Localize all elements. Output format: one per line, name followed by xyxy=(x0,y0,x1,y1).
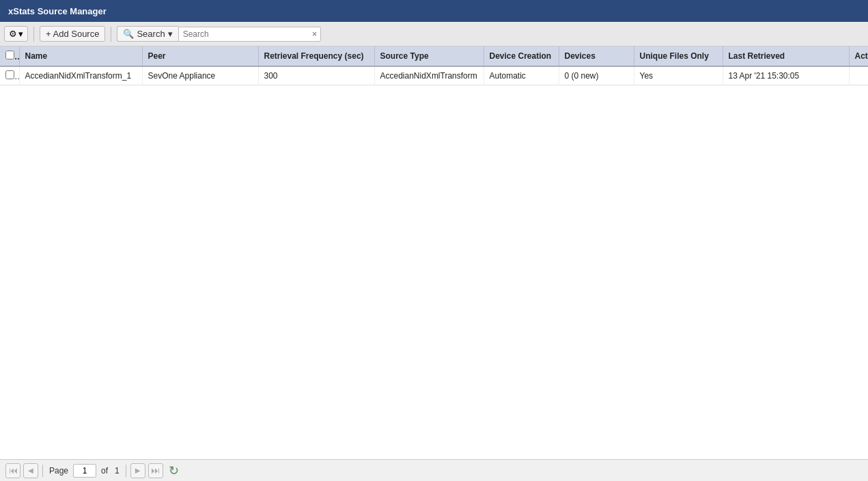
next-page-button[interactable]: ► xyxy=(130,463,145,478)
footer-sep-2 xyxy=(126,465,126,477)
select-all-checkbox[interactable] xyxy=(5,51,14,59)
search-input[interactable] xyxy=(179,27,309,41)
col-header-checkbox xyxy=(0,46,19,66)
row-srctype: AccedianNidXmlTransform xyxy=(374,66,484,85)
row-lastret: 13 Apr '21 15:30:05 xyxy=(723,66,849,85)
row-devices: 0 (0 new) xyxy=(559,66,634,85)
app-title: xStats Source Manager xyxy=(8,6,107,16)
add-source-button[interactable]: + Add Source xyxy=(40,26,105,42)
page-label: Page xyxy=(49,466,68,476)
prev-page-icon: ◄ xyxy=(27,465,36,476)
clear-icon: × xyxy=(312,29,318,39)
gear-button[interactable]: ⚙ ▾ xyxy=(4,26,28,42)
row-devcreation: Automatic xyxy=(484,66,559,85)
col-header-lastret[interactable]: Last Retrieved xyxy=(723,46,849,66)
footer-sep xyxy=(42,465,43,477)
search-icon: 🔍 xyxy=(123,29,134,39)
footer: ⏮ ◄ Page of 1 ► ⏭ ↻ xyxy=(0,459,868,481)
first-page-icon: ⏮ xyxy=(9,465,18,476)
toolbar: ⚙ ▾ + Add Source 🔍 Search ▾ × xyxy=(0,22,868,46)
row-unique: Yes xyxy=(634,66,723,85)
row-checkbox[interactable] xyxy=(5,70,14,79)
toolbar-divider xyxy=(33,27,34,42)
row-checkbox-cell xyxy=(0,66,19,85)
row-name: AccedianNidXmlTransform_1 xyxy=(19,66,142,85)
of-label: of xyxy=(101,466,108,476)
col-header-name[interactable]: Name xyxy=(19,46,142,66)
row-freq: 300 xyxy=(258,66,374,85)
search-input-wrap: × xyxy=(178,27,322,42)
table-header-row: Name Peer Retrieval Frequency (sec) Sour… xyxy=(0,46,868,66)
search-label-button[interactable]: 🔍 Search ▾ xyxy=(117,26,178,42)
row-peer: SevOne Appliance xyxy=(142,66,258,85)
col-header-unique[interactable]: Unique Files Only xyxy=(634,46,723,66)
total-pages: 1 xyxy=(115,466,120,476)
last-page-button[interactable]: ⏭ xyxy=(148,463,163,478)
search-dropdown-icon: ▾ xyxy=(168,29,173,39)
next-page-icon: ► xyxy=(133,465,142,476)
search-label: Search xyxy=(137,29,165,39)
prev-page-button[interactable]: ◄ xyxy=(23,463,38,478)
gear-dropdown-icon: ▾ xyxy=(18,29,23,39)
col-header-devices[interactable]: Devices xyxy=(559,46,634,66)
sources-table: Name Peer Retrieval Frequency (sec) Sour… xyxy=(0,46,868,85)
page-input[interactable] xyxy=(73,464,96,478)
table-row: AccedianNidXmlTransform_1 SevOne Applian… xyxy=(0,66,868,85)
table-body: AccedianNidXmlTransform_1 SevOne Applian… xyxy=(0,66,868,85)
refresh-icon: ↻ xyxy=(169,463,179,478)
gear-icon: ⚙ xyxy=(9,29,17,39)
col-header-freq[interactable]: Retrieval Frequency (sec) xyxy=(258,46,374,66)
clear-search-button[interactable]: × xyxy=(309,28,321,40)
last-page-icon: ⏭ xyxy=(151,465,160,476)
row-actions xyxy=(849,66,868,85)
col-header-devcreation[interactable]: Device Creation xyxy=(484,46,559,66)
col-header-srctype[interactable]: Source Type xyxy=(374,46,484,66)
refresh-button[interactable]: ↻ xyxy=(166,463,182,478)
toolbar-divider-2 xyxy=(111,27,111,42)
col-header-peer[interactable]: Peer xyxy=(142,46,258,66)
col-header-actions: Actions xyxy=(849,46,868,66)
title-bar: xStats Source Manager xyxy=(0,0,868,22)
table-wrap: Name Peer Retrieval Frequency (sec) Sour… xyxy=(0,46,868,459)
search-group: 🔍 Search ▾ × xyxy=(117,26,321,42)
add-source-label: + Add Source xyxy=(46,29,99,39)
first-page-button[interactable]: ⏮ xyxy=(5,463,20,478)
